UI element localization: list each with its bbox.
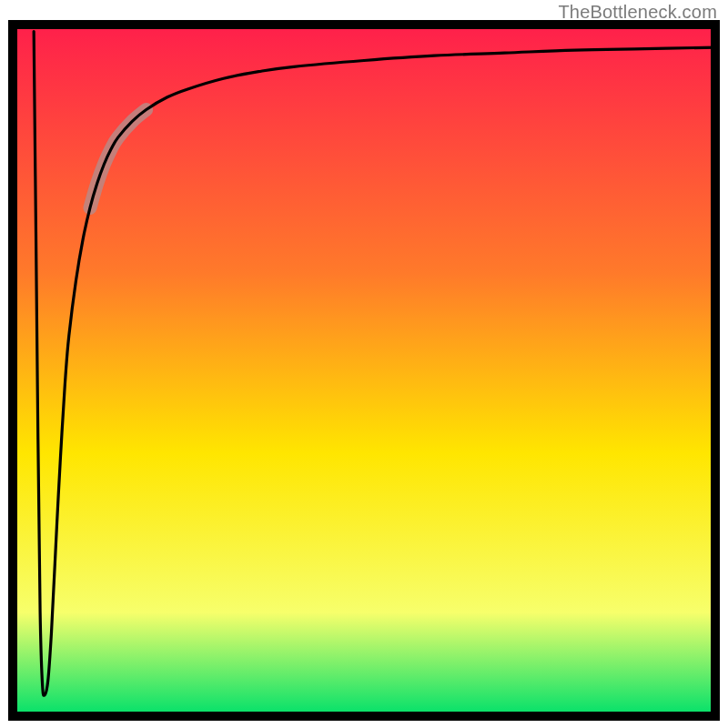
attribution-text: TheBottleneck.com [558, 2, 717, 23]
bottleneck-chart [0, 0, 728, 728]
